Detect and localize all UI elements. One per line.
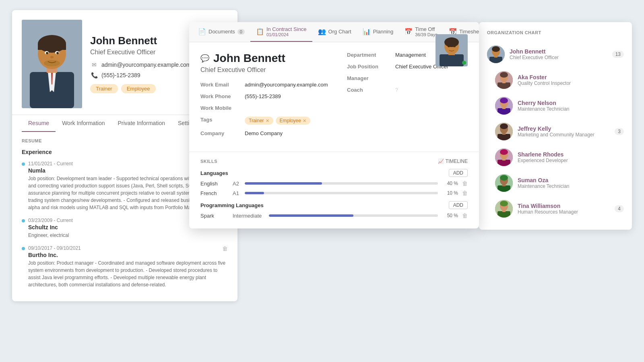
org-info-jeffrey: Jeffrey Kelly Marketing and Community Ma…	[518, 125, 610, 138]
popup-tab-contract[interactable]: 📋 In Contract Since 01/01/2024	[250, 22, 312, 42]
svg-rect-12	[44, 49, 50, 50]
languages-group: Languages ADD	[200, 169, 468, 177]
popup-main: 💬 John Bennett Chief Executive Officer W…	[200, 52, 334, 142]
coach-help[interactable]: ?	[395, 87, 398, 93]
org-chart-title: ORGANIZATION CHART	[479, 30, 632, 35]
manager-label: Manager	[347, 75, 395, 81]
tab-private-information[interactable]: Private Information	[111, 115, 171, 132]
org-count-jeffrey: 3	[615, 128, 624, 135]
employee-remove[interactable]: ✕	[303, 118, 306, 123]
french-delete[interactable]: 🗑	[462, 190, 468, 196]
add-programming-button[interactable]: ADD	[449, 201, 468, 209]
tab-resume[interactable]: Resume	[22, 115, 56, 132]
svg-point-47	[500, 149, 508, 155]
french-level: A1	[233, 190, 241, 196]
tab-work-information[interactable]: Work Information	[56, 115, 111, 132]
org-role-suman: Maintenance Technician	[518, 183, 624, 189]
svg-point-21	[448, 45, 450, 47]
programming-label: Programming Languages	[200, 202, 264, 208]
mini-avatar-dot	[462, 61, 466, 65]
popup-employee-title: Chief Executive Officer	[200, 66, 334, 74]
spark-delete[interactable]: 🗑	[462, 212, 468, 219]
svg-rect-24	[489, 57, 502, 63]
english-pct: 40 %	[442, 181, 458, 186]
tag-trainer: Trainer	[90, 84, 118, 93]
exp-dot-3	[22, 247, 25, 250]
svg-rect-54	[497, 211, 510, 218]
svg-rect-7	[38, 44, 66, 50]
employee-photo	[22, 20, 82, 108]
timeline-label: TIMELINE	[446, 158, 468, 164]
svg-point-10	[46, 52, 48, 54]
trainer-remove[interactable]: ✕	[266, 118, 269, 123]
tags-row-popup: Tags Trainer ✕ Employee ✕	[200, 117, 334, 125]
org-avatar-sharlene	[495, 148, 513, 166]
popup-tab-orgchart-label: Org Chart	[328, 29, 351, 35]
coach-value: ?	[395, 87, 398, 93]
contract-icon: 📋	[256, 28, 264, 35]
exp-delete-3[interactable]: 🗑	[222, 245, 228, 252]
svg-point-15	[44, 60, 60, 66]
org-item-jeffrey-kelly[interactable]: Jeffrey Kelly Marketing and Community Ma…	[479, 119, 632, 144]
popup-right: Department Management Job Position Chief…	[347, 52, 468, 142]
exp-dot-1	[22, 162, 25, 166]
svg-rect-49	[497, 185, 510, 192]
company-value: Demo Company	[245, 130, 283, 136]
spark-name: Spark	[200, 213, 229, 219]
org-item-john-bennett[interactable]: John Bennett Chief Executive Officer 13	[479, 41, 632, 67]
org-name-suman: Suman Oza	[518, 177, 624, 183]
org-info-john: John Bennett Chief Executive Officer	[510, 48, 607, 60]
exp-role-2: Engineer, electrical	[28, 232, 228, 239]
org-role-cherry: Maintenance Technician	[518, 106, 624, 112]
org-name-cherry: Cherry Nelson	[518, 100, 624, 106]
documents-icon: 📄	[198, 28, 206, 35]
exp-date-3: 09/10/2017 - 09/10/2021	[28, 245, 228, 251]
org-item-suman-oza[interactable]: Suman Oza Maintenance Technician	[479, 170, 632, 196]
svg-point-27	[492, 46, 500, 52]
svg-point-11	[56, 52, 59, 54]
skill-row-spark: Spark Intermediate 50 % 🗑	[200, 212, 468, 219]
org-item-cherry-nelson[interactable]: Cherry Nelson Maintenance Technician	[479, 93, 632, 119]
work-email-value: admin@yourcompany.example.com	[245, 82, 328, 88]
spark-bar-fill	[269, 214, 353, 217]
org-avatar-suman	[495, 174, 513, 192]
skill-row-english: English A2 40 % 🗑	[200, 180, 468, 187]
svg-point-52	[500, 175, 508, 181]
skills-title: SKILLS	[200, 159, 217, 164]
company-label: Company	[200, 130, 245, 136]
org-name-tina: Tina Williamson	[518, 203, 610, 209]
org-role-john: Chief Executive Officer	[510, 55, 607, 60]
popup-tab-timeoff-label: Time Off	[415, 26, 438, 32]
org-info-cherry: Cherry Nelson Maintenance Technician	[518, 100, 624, 112]
org-name-aka: Aka Foster	[518, 74, 624, 80]
timeline-chart-icon: 📈	[438, 158, 444, 164]
experience-label: Experience	[22, 149, 52, 155]
english-delete[interactable]: 🗑	[462, 180, 468, 187]
org-count-tina: 4	[615, 205, 624, 212]
svg-point-42	[500, 123, 508, 129]
timeline-button[interactable]: 📈 TIMELINE	[438, 158, 468, 164]
org-info-tina: Tina Williamson Human Resources Manager	[518, 203, 610, 215]
exp-item-3: 09/10/2017 - 09/10/2021 Burtho Inc. Job …	[22, 245, 228, 288]
svg-point-32	[500, 72, 508, 78]
org-count-john: 13	[612, 51, 624, 58]
contract-date: 01/01/2024	[266, 32, 307, 37]
work-email-row: Work Email admin@yourcompany.example.com	[200, 82, 334, 88]
org-item-sharlene-rhodes[interactable]: Sharlene Rhodes Experienced Developer	[479, 144, 632, 170]
popup-card: 📄 Documents 0 📋 In Contract Since 01/01/…	[189, 22, 479, 228]
popup-tab-documents[interactable]: 📄 Documents 0	[192, 24, 250, 40]
french-bar-bg	[245, 192, 438, 194]
org-item-tina-williamson[interactable]: Tina Williamson Human Resources Manager …	[479, 196, 632, 222]
org-info-sharlene: Sharlene Rhodes Experienced Developer	[518, 151, 624, 163]
org-role-sharlene: Experienced Developer	[518, 158, 624, 163]
org-role-jeffrey: Marketing and Community Manager	[518, 132, 610, 138]
coach-row: Coach ?	[347, 87, 468, 93]
add-language-button[interactable]: ADD	[449, 169, 468, 177]
org-item-aka-foster[interactable]: Aka Foster Quality Control Inspector	[479, 67, 632, 93]
org-role-aka: Quality Control Inspector	[518, 80, 624, 86]
popup-tag-employee: Employee ✕	[276, 117, 310, 125]
org-avatar-cherry	[495, 97, 513, 115]
svg-point-20	[444, 37, 459, 47]
svg-rect-39	[497, 134, 510, 140]
work-phone-value: (555)-125-2389	[245, 93, 281, 99]
